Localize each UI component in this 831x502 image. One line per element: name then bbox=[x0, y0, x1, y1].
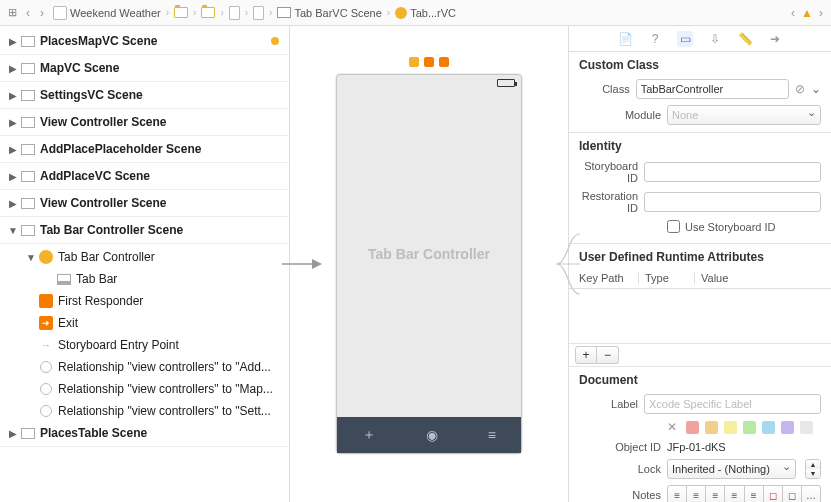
breadcrumb-separator-icon: › bbox=[166, 7, 169, 18]
jump-next-button[interactable]: › bbox=[815, 6, 827, 20]
nav-back-button[interactable]: ‹ bbox=[22, 6, 34, 20]
disclosure-triangle-icon[interactable]: ▶ bbox=[6, 117, 20, 128]
disclosure-triangle-icon[interactable]: ▶ bbox=[6, 144, 20, 155]
disclosure-triangle-icon[interactable]: ▼ bbox=[6, 225, 20, 236]
outline-row[interactable]: Relationship "view controllers" to "Add.… bbox=[0, 356, 289, 378]
color-swatch[interactable] bbox=[686, 421, 699, 434]
warning-icon[interactable]: ▲ bbox=[801, 6, 813, 20]
outline-row[interactable]: Tab Bar bbox=[0, 268, 289, 290]
list-button[interactable]: ≡ bbox=[745, 485, 764, 502]
tab-item-add[interactable]: ＋ bbox=[362, 426, 376, 444]
color-swatch[interactable] bbox=[800, 421, 813, 434]
use-storyboard-id-checkbox[interactable] bbox=[667, 220, 680, 233]
align-left-button[interactable]: ≡ bbox=[667, 485, 687, 502]
outline-label: Tab Bar bbox=[76, 272, 283, 286]
color-swatch[interactable] bbox=[762, 421, 775, 434]
help-inspector-tab[interactable]: ? bbox=[647, 31, 663, 47]
align-justify-button[interactable]: ≡ bbox=[725, 485, 744, 502]
outline-label: Tab Bar Controller bbox=[58, 250, 283, 264]
disclosure-triangle-icon[interactable]: ▼ bbox=[24, 252, 38, 263]
tab-bar[interactable]: ＋ ◉ ≡ bbox=[337, 417, 521, 453]
nav-forward-button[interactable]: › bbox=[36, 6, 48, 20]
outline-row[interactable]: ▶MapVC Scene bbox=[0, 57, 289, 79]
disclosure-triangle-icon[interactable]: ▶ bbox=[6, 36, 20, 47]
swatch-none[interactable]: ✕ bbox=[667, 421, 680, 434]
use-storyboard-id-label: Use Storyboard ID bbox=[685, 221, 775, 233]
breadcrumb-item[interactable] bbox=[198, 5, 218, 20]
outline-label: View Controller Scene bbox=[40, 196, 283, 210]
align-right-button[interactable]: ≡ bbox=[706, 485, 725, 502]
breadcrumb-item[interactable] bbox=[226, 4, 243, 22]
tab-item-menu[interactable]: ≡ bbox=[488, 427, 496, 443]
scene-header-dots bbox=[409, 57, 449, 67]
breadcrumb-item[interactable] bbox=[250, 4, 267, 22]
color-swatch[interactable] bbox=[724, 421, 737, 434]
outline-row[interactable]: ▼Tab Bar Controller Scene bbox=[0, 219, 289, 241]
doc-label-label: Label bbox=[579, 398, 638, 410]
file-inspector-tab[interactable]: 📄 bbox=[617, 31, 633, 47]
related-items-icon[interactable]: ⊞ bbox=[4, 5, 20, 21]
outline-label: Exit bbox=[58, 316, 283, 330]
lock-stepper[interactable]: ▲▼ bbox=[805, 459, 821, 479]
doc-label-field[interactable] bbox=[644, 394, 821, 414]
connections-inspector-tab[interactable]: ➜ bbox=[767, 31, 783, 47]
device-preview[interactable]: Tab Bar Controller ＋ ◉ ≡ bbox=[336, 74, 522, 454]
outline-label: Storyboard Entry Point bbox=[58, 338, 283, 352]
add-runtime-attr-button[interactable]: + bbox=[575, 346, 597, 364]
lock-select[interactable]: Inherited - (Nothing) bbox=[667, 459, 796, 479]
class-clear-icon[interactable]: ⊘ bbox=[795, 82, 805, 96]
color-swatch[interactable] bbox=[705, 421, 718, 434]
jump-prev-button[interactable]: ‹ bbox=[787, 6, 799, 20]
outline-row[interactable]: ▶View Controller Scene bbox=[0, 111, 289, 133]
notes-opt-b-button[interactable]: ◻ bbox=[783, 485, 802, 502]
module-select[interactable]: None bbox=[667, 105, 821, 125]
notes-more-button[interactable]: … bbox=[802, 485, 821, 502]
runtime-attrs-table[interactable] bbox=[569, 289, 831, 343]
disclosure-triangle-icon[interactable]: ▶ bbox=[6, 90, 20, 101]
breadcrumb-item[interactable]: Tab...rVC bbox=[392, 5, 459, 21]
outline-row[interactable]: ▶View Controller Scene bbox=[0, 192, 289, 214]
storyboard-canvas[interactable]: Tab Bar Controller ＋ ◉ ≡ bbox=[290, 26, 569, 502]
breadcrumb-item[interactable]: Tab BarVC Scene bbox=[274, 5, 384, 21]
outline-row[interactable]: →Storyboard Entry Point bbox=[0, 334, 289, 356]
outline-row[interactable]: Exit bbox=[0, 312, 289, 334]
breadcrumb-item[interactable]: Weekend Weather bbox=[50, 4, 164, 22]
notes-align-segmented[interactable]: ≡ ≡ ≡ ≡ ≡ ◻ ◻ … bbox=[667, 485, 821, 502]
class-dropdown-icon[interactable]: ⌄ bbox=[811, 82, 821, 96]
outline-row[interactable]: Relationship "view controllers" to "Map.… bbox=[0, 378, 289, 400]
notes-opt-a-button[interactable]: ◻ bbox=[764, 485, 783, 502]
class-field[interactable] bbox=[636, 79, 789, 99]
outline-row[interactable]: ▶PlacesTable Scene bbox=[0, 422, 289, 444]
tab-item-globe[interactable]: ◉ bbox=[426, 427, 438, 443]
battery-icon bbox=[497, 79, 515, 87]
outline-label: Tab Bar Controller Scene bbox=[40, 223, 283, 237]
breadcrumb-separator-icon: › bbox=[387, 7, 390, 18]
disclosure-triangle-icon[interactable]: ▶ bbox=[6, 63, 20, 74]
outline-row[interactable]: ▶PlacesMapVC Scene bbox=[0, 30, 289, 52]
color-swatch[interactable] bbox=[743, 421, 756, 434]
outline-row[interactable]: Relationship "view controllers" to "Sett… bbox=[0, 400, 289, 422]
lock-label: Lock bbox=[579, 463, 661, 475]
disclosure-triangle-icon[interactable]: ▶ bbox=[6, 428, 20, 439]
identity-inspector-tab[interactable]: ▭ bbox=[677, 31, 693, 47]
remove-runtime-attr-button[interactable]: − bbox=[597, 346, 619, 364]
outline-row[interactable]: ▼Tab Bar Controller bbox=[0, 246, 289, 268]
runtime-attrs-header: User Defined Runtime Attributes bbox=[569, 243, 831, 268]
attributes-inspector-tab[interactable]: ⇩ bbox=[707, 31, 723, 47]
disclosure-triangle-icon[interactable]: ▶ bbox=[6, 198, 20, 209]
document-outline[interactable]: ▶PlacesMapVC Scene▶MapVC Scene▶SettingsV… bbox=[0, 26, 290, 502]
align-center-button[interactable]: ≡ bbox=[687, 485, 706, 502]
storyboard-id-field[interactable] bbox=[644, 162, 821, 182]
label-color-swatches: ✕ bbox=[569, 417, 831, 438]
disclosure-triangle-icon[interactable]: ▶ bbox=[6, 171, 20, 182]
outline-label: PlacesTable Scene bbox=[40, 426, 283, 440]
outline-row[interactable]: ▶AddPlacePlaceholder Scene bbox=[0, 138, 289, 160]
breadcrumb-item[interactable] bbox=[171, 5, 191, 20]
outline-row[interactable]: ▶AddPlaceVC Scene bbox=[0, 165, 289, 187]
size-inspector-tab[interactable]: 📏 bbox=[737, 31, 753, 47]
restoration-id-field[interactable] bbox=[644, 192, 821, 212]
object-id-value: JFp-01-dKS bbox=[667, 441, 726, 453]
color-swatch[interactable] bbox=[781, 421, 794, 434]
outline-row[interactable]: ▶SettingsVC Scene bbox=[0, 84, 289, 106]
outline-row[interactable]: First Responder bbox=[0, 290, 289, 312]
